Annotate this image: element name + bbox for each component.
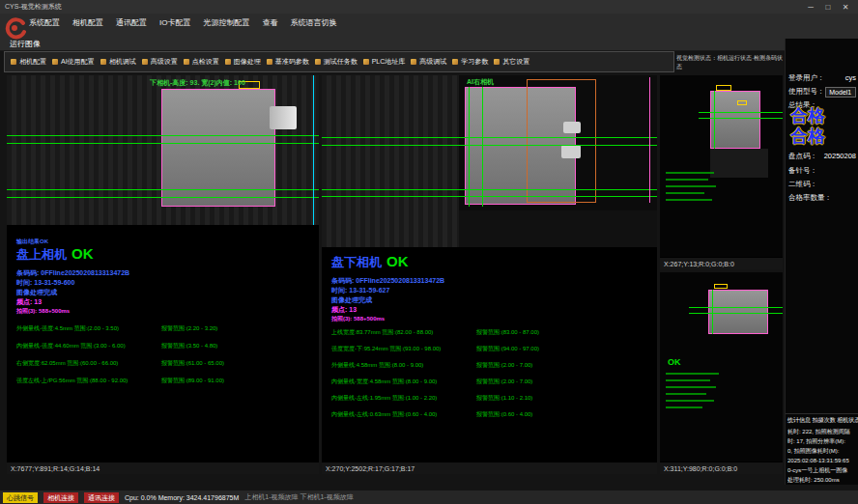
bright-feature bbox=[563, 122, 581, 133]
measure-line-vertical bbox=[714, 91, 715, 149]
camera-fault-text: 上相机1-视频故障 下相机1-视频故障 bbox=[244, 492, 353, 502]
photo-info-text: 拍照(3): 588+500ms bbox=[331, 315, 385, 323]
menu-item-language[interactable]: 系统语言切换 bbox=[290, 17, 336, 28]
camera-label: 盘下相机 bbox=[331, 254, 382, 271]
toolbar-item-test-tasks[interactable]: 测试任务数 bbox=[315, 57, 358, 67]
batch-value: 20250208 bbox=[824, 152, 856, 161]
qr-row: 二维码： bbox=[788, 180, 856, 189]
result-line: 合格 bbox=[790, 106, 854, 126]
micro-text-line bbox=[666, 185, 716, 187]
total-result-value: 合格 合格 bbox=[790, 106, 854, 147]
result-line: 合格 bbox=[790, 126, 854, 147]
tool-icon bbox=[411, 59, 416, 65]
app-window: CYS-视觉检测系统 ─ □ ✕ 系统配置 相机配置 通讯配置 IO卡配置 光源… bbox=[0, 0, 858, 504]
micro-text-line bbox=[666, 386, 716, 388]
measurement-text: 右侧宽度:62.05mm 范围:(60.00 - 66.00) bbox=[16, 359, 161, 368]
menu-item-view[interactable]: 查看 bbox=[262, 17, 277, 28]
toolbar-item-camera-config[interactable]: 相机配置 bbox=[11, 57, 46, 67]
measure-line bbox=[322, 196, 657, 197]
measurement-row: 强度左线-上/PG:56mm 范围:(88.00 - 92.00) 报警范围:(… bbox=[16, 377, 316, 385]
login-row: 登录用户： cys bbox=[788, 73, 856, 83]
alarm-range-text: 报警范围:(1.10 - 2.10) bbox=[476, 394, 532, 403]
time-text: 时间: 13-31-59-627 bbox=[331, 286, 389, 295]
cpu-memory-text: Cpu: 0.0% Memory: 3424.41796875M bbox=[125, 494, 239, 501]
tool-icon bbox=[363, 59, 369, 65]
measurement-row: 内侧量线-强度:44.60mm 范围:(3.00 - 6.00) 报警范围:(3… bbox=[16, 342, 316, 350]
model-select[interactable]: Model1 bbox=[825, 87, 857, 98]
minimize-button[interactable]: ─ bbox=[803, 3, 818, 12]
measurement-text: 强度宽度-下:95.24mm 范围:(93.00 - 98.00) bbox=[331, 345, 476, 353]
alarm-range-text: 报警范围:(94.00 - 97.00) bbox=[476, 345, 539, 353]
pass-count-row: 合格率数量： bbox=[788, 193, 856, 203]
middle-image-area: AI右相机 bbox=[322, 75, 657, 247]
yellow-marker bbox=[737, 100, 747, 105]
part-outline bbox=[710, 91, 760, 149]
measurement-text: 上线宽度:83.77mm 范围:(82.00 - 88.00) bbox=[331, 328, 476, 337]
connector-part bbox=[270, 106, 297, 129]
stats-header: 统计信息 拍摄次数 相机状态 bbox=[787, 416, 856, 425]
camera-view-small-bottom[interactable]: OK bbox=[660, 272, 783, 462]
stats-line: 2025:02:08-13:31:59:65 bbox=[787, 456, 856, 465]
maximize-button[interactable]: □ bbox=[820, 3, 836, 12]
micro-text-line bbox=[666, 179, 708, 181]
toolbar-item-plc-address[interactable]: PLC地址库 bbox=[363, 57, 406, 67]
toolbar-item-other-settings[interactable]: 其它设置 bbox=[494, 57, 529, 67]
measurement-text: 内侧量线-强度:44.60mm 范围:(3.00 - 6.00) bbox=[16, 342, 161, 350]
alarm-range-text: 报警范围:(2.20 - 3.20) bbox=[161, 324, 217, 333]
cyan-guide-line bbox=[313, 75, 314, 225]
tool-icon bbox=[52, 59, 58, 65]
measurement-row: 内侧量线-左线:0.63mm 范围:(0.60 - 4.00) 报警范围:(0.… bbox=[331, 410, 631, 419]
stats-panel: 统计信息 拍摄次数 相机状态 耗时: 222, 拍照检测间隔 时: 17, 拍照… bbox=[786, 413, 858, 485]
toolbar-item-barcode-params[interactable]: 基准码参数 bbox=[267, 57, 309, 67]
bright-feature bbox=[561, 145, 581, 158]
camera-view-middle[interactable]: AI右相机 盘下相机 OK 条码码: 0FFline20250208133134… bbox=[322, 75, 657, 462]
login-value: cys bbox=[845, 73, 856, 83]
measure-line bbox=[7, 135, 319, 136]
alarm-range-text: 报警范围:(89.00 - 91.00) bbox=[161, 377, 224, 385]
measurement-text: 内侧量线-宽度:4.58mm 范围:(8.00 - 9.00) bbox=[331, 378, 476, 386]
camera-view-left[interactable]: 下相机-高度: 93. 宽(2)内值: 100 输出结果OK 盘上相机 OK 条… bbox=[7, 75, 319, 462]
menu-item-camera-config[interactable]: 相机配置 bbox=[72, 17, 103, 28]
close-button[interactable]: ✕ bbox=[838, 3, 853, 12]
measure-line-vertical bbox=[482, 87, 483, 207]
micro-text-line bbox=[666, 172, 714, 174]
toolbar-item-camera-debug[interactable]: 相机调试 bbox=[100, 57, 136, 67]
measure-line bbox=[7, 189, 319, 190]
yellow-marker bbox=[714, 284, 728, 289]
tool-icon bbox=[100, 59, 106, 65]
measurement-row: 内侧量线-宽度:4.58mm 范围:(8.00 - 9.00) 报警范围:(2.… bbox=[331, 378, 631, 386]
camera-view-small-top[interactable] bbox=[660, 75, 783, 257]
measure-line bbox=[689, 307, 783, 308]
measurement-row: 右侧宽度:62.05mm 范围:(60.00 - 66.00) 报警范围:(61… bbox=[16, 359, 316, 368]
menu-item-io-config[interactable]: IO卡配置 bbox=[159, 17, 190, 28]
toolbar-item-learn-params[interactable]: 学习参数 bbox=[452, 57, 488, 67]
alarm-range-text: 报警范围:(3.50 - 4.80) bbox=[161, 342, 217, 350]
result-ok-text: OK bbox=[386, 253, 409, 269]
measure-line-vertical bbox=[712, 290, 713, 334]
toolbar-item-ai-config[interactable]: AI使用配置 bbox=[52, 57, 95, 67]
small-top-coords-bar: X:267;Y:13;R:0;G:0;B:0 bbox=[660, 257, 783, 269]
menu-item-light-config[interactable]: 光源控制配置 bbox=[203, 17, 249, 28]
process-text: 图像处理完成 bbox=[16, 288, 57, 297]
measure-line bbox=[699, 112, 783, 113]
qr-label: 二维码： bbox=[788, 180, 817, 189]
menu-item-comm-config[interactable]: 通讯配置 bbox=[116, 17, 147, 28]
toolbar-item-spot-check[interactable]: 点检设置 bbox=[184, 57, 219, 67]
toolbar-item-advanced-debug[interactable]: 高级调试 bbox=[411, 57, 446, 67]
machine-panel bbox=[322, 75, 459, 247]
comm-connection-badge: 通讯连接 bbox=[84, 492, 119, 503]
needle-row: 备针号： bbox=[788, 166, 856, 176]
result-ok-text: OK bbox=[668, 357, 681, 367]
time-text: 时间: 13-31-59-600 bbox=[16, 278, 74, 288]
middle-overlay-title: AI右相机 bbox=[467, 77, 494, 87]
freq-text: 频点: 13 bbox=[331, 305, 357, 315]
measurement-row: 上线宽度:83.77mm 范围:(82.00 - 88.00) 报警范围:(83… bbox=[331, 328, 631, 337]
roi-orange-box bbox=[527, 79, 596, 203]
alarm-range-text: 报警范围:(83.00 - 87.00) bbox=[476, 328, 539, 337]
menu-item-system-config[interactable]: 系统配置 bbox=[29, 17, 60, 28]
toolbar-item-image-processing[interactable]: 图像处理 bbox=[225, 57, 261, 67]
alarm-range-text: 报警范围:(61.00 - 65.00) bbox=[161, 359, 224, 368]
toolbar-item-advanced-settings[interactable]: 高级设置 bbox=[142, 57, 178, 67]
tab-run-image[interactable]: 运行图像 bbox=[10, 39, 41, 49]
camera-connection-badge: 相机连接 bbox=[43, 492, 78, 503]
